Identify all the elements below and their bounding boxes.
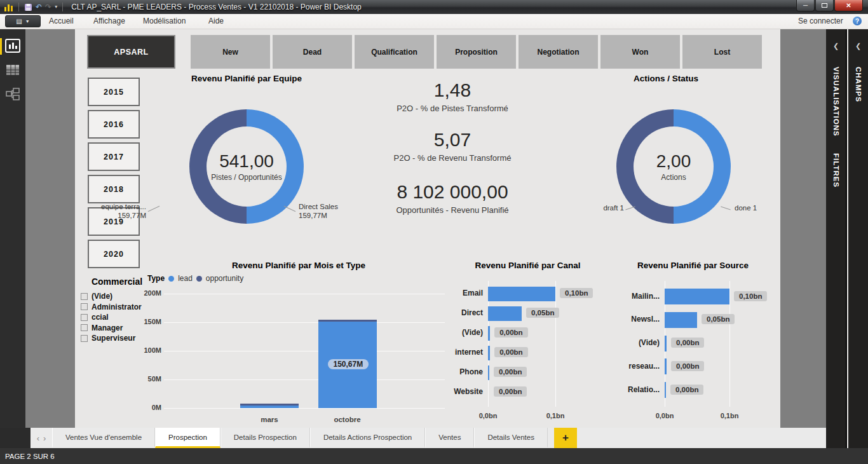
category-label-Relatio...: Relatio...	[609, 385, 660, 394]
page-tab-details-prospection[interactable]: Details Prospection	[220, 428, 310, 448]
column-chart-plot: 150,67M	[164, 294, 445, 409]
status-slicer-new[interactable]: New	[191, 35, 270, 69]
status-slicer-won[interactable]: Won	[600, 35, 680, 69]
bar-reseau...[interactable]	[665, 358, 667, 374]
checkbox[interactable]	[81, 293, 88, 300]
view-sidebar	[0, 29, 25, 428]
leader-line	[721, 207, 731, 210]
collapse-chevron-icon[interactable]: ❮	[848, 29, 868, 50]
gridline	[164, 379, 445, 380]
year-slicer-2020[interactable]: 2020	[88, 240, 140, 268]
page-tab-ventes-vue-d-ensemble[interactable]: Ventes Vue d'ensemble	[52, 428, 155, 448]
commercial-option-label: (Vide)	[92, 292, 112, 301]
bar-(Vide)[interactable]	[488, 326, 490, 341]
year-slicer-2016[interactable]: 2016	[88, 110, 140, 139]
value-label-Email: 0,10bn	[560, 288, 593, 298]
menu-affichage[interactable]: Affichage	[93, 17, 125, 25]
bar-(Vide)[interactable]	[665, 336, 667, 351]
status-slicer-qualification[interactable]: Qualification	[355, 35, 434, 69]
kpi-revenu-planifie: 8 102 000,00Opportunités - Revenu Planif…	[357, 182, 548, 215]
page-tab-details-actions-prospection[interactable]: Details Actions Prospection	[310, 428, 425, 448]
collapse-chevron-icon[interactable]: ❮	[826, 29, 846, 50]
commercial-option-label: ccial	[92, 313, 109, 322]
bar-mars-opportunity[interactable]	[240, 404, 299, 406]
report-view-icon[interactable]	[0, 34, 25, 57]
status-slicer-proposition[interactable]: Proposition	[437, 35, 516, 69]
status-slicer-lost[interactable]: Lost	[682, 35, 762, 69]
bar-Email[interactable]	[488, 287, 555, 301]
power-bi-desktop-window: ↶ ↷ ▾ CLT AP_SARL - PME LEADERS - Proces…	[0, 0, 868, 464]
status-slicer-negotiation[interactable]: Negotiation	[519, 35, 598, 69]
maximize-button[interactable]	[815, 0, 834, 11]
category-label-Phone: Phone	[431, 367, 483, 376]
menu-accueil[interactable]: Accueil	[49, 17, 74, 25]
year-slicer-2017[interactable]: 2017	[88, 142, 140, 171]
donut-center-value: 541,00	[219, 151, 274, 172]
bar-Relatio...[interactable]	[665, 382, 666, 398]
sign-in-link[interactable]: Se connecter	[798, 17, 843, 25]
category-label-(Vide): (Vide)	[431, 328, 483, 337]
panel-label-filtres[interactable]: FILTRES	[832, 153, 840, 188]
year-slicer-2018[interactable]: 2018	[88, 175, 140, 203]
gridline	[164, 322, 445, 323]
chart-title-equipe: Revenu Planifié par Equipe	[170, 74, 323, 83]
save-icon[interactable]	[24, 3, 32, 11]
checkbox[interactable]	[81, 324, 88, 331]
menu-modelisation[interactable]: Modélisation	[143, 17, 186, 25]
commercial-option-label: Manager	[92, 324, 123, 332]
gridline	[164, 351, 445, 351]
page-tab-prospection[interactable]: Prospection	[155, 428, 220, 448]
gridline	[729, 281, 730, 407]
help-icon[interactable]: ?	[853, 17, 862, 25]
panel-label-visualisations[interactable]: VISUALISATIONS	[832, 67, 840, 137]
value-label-Website: 0,00bn	[494, 386, 527, 397]
checkbox[interactable]	[81, 335, 88, 342]
category-label-internet: internet	[431, 348, 483, 357]
category-label-Mailin...: Mailin...	[609, 292, 660, 301]
panel-label-champs[interactable]: CHAMPS	[855, 67, 862, 102]
page-tab-strip: ‹ › Ventes Vue d'ensembleProspectionDeta…	[0, 428, 826, 448]
chart-title-mois-type: Revenu Planifié par Mois et Type	[219, 261, 378, 270]
y-tick-label: 100M	[139, 346, 161, 354]
commercial-slicer-title: Commercial	[81, 276, 153, 287]
file-menu-button[interactable]: ▤▼	[5, 15, 41, 27]
quick-access-dropdown-icon[interactable]: ▾	[55, 3, 57, 11]
active-view-indicator	[0, 38, 2, 55]
category-label-Email: Email	[431, 289, 483, 297]
legend-dot-lead	[168, 276, 174, 282]
redo-icon: ↷	[45, 3, 51, 11]
value-label-Mailin...: 0,10bn	[734, 291, 767, 301]
status-slicer-row: NewDeadQualificationPropositionNegotiati…	[191, 35, 762, 69]
tab-nav-right-icon[interactable]: ›	[43, 433, 46, 443]
year-slicer-2015[interactable]: 2015	[88, 78, 140, 106]
canvas-margin-left	[25, 29, 75, 428]
page-indicator: PAGE 2 SUR 6	[5, 453, 55, 460]
company-slicer-apsarl[interactable]: APSARL	[87, 35, 175, 69]
model-view-icon[interactable]	[0, 83, 25, 106]
bar-Newsl...[interactable]	[665, 312, 697, 328]
bar-Mailin...[interactable]	[665, 289, 729, 304]
legend-dot-opportunity	[196, 276, 202, 282]
checkbox[interactable]	[81, 314, 88, 321]
bar-mars-lead[interactable]	[240, 406, 299, 408]
page-tab-ventes[interactable]: Ventes	[425, 428, 474, 448]
undo-icon[interactable]: ↶	[36, 3, 42, 11]
menu-aide[interactable]: Aide	[208, 17, 224, 25]
bar-octobre-opportunity[interactable]	[318, 320, 377, 322]
bar-internet[interactable]	[488, 346, 490, 360]
toolbar-separator	[18, 3, 19, 11]
checkbox[interactable]	[81, 303, 88, 310]
data-view-icon[interactable]	[0, 58, 25, 81]
status-bar: PAGE 2 SUR 6	[0, 448, 868, 464]
tab-nav-left-icon[interactable]: ‹	[37, 433, 39, 443]
status-slicer-dead[interactable]: Dead	[273, 35, 352, 69]
bar-Direct[interactable]	[488, 306, 522, 321]
chart-legend: Type lead opportunity	[147, 274, 243, 283]
minimize-button[interactable]: ─	[796, 0, 815, 11]
gridline	[164, 294, 445, 294]
panel-visualisations-filtres: ❮ VISUALISATIONS FILTRES	[826, 29, 847, 448]
page-tab-details-ventes[interactable]: Details Ventes	[474, 428, 548, 448]
close-button[interactable]: ✕	[834, 0, 863, 11]
bar-Phone[interactable]	[488, 365, 489, 380]
add-page-button[interactable]: +	[554, 428, 577, 448]
